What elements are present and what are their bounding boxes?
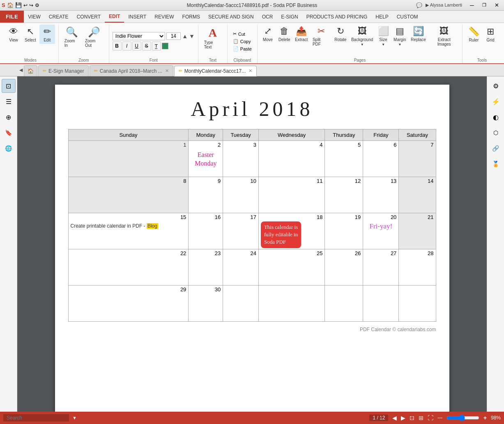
menu-convert[interactable]: CONVERT — [73, 11, 105, 23]
redo-icon[interactable]: ↪ — [29, 2, 33, 8]
zoom-out-btn[interactable]: 🔎 Zoom Out — [83, 25, 106, 49]
copy-btn[interactable]: 📋 Copy — [231, 38, 253, 45]
maximize-btn[interactable]: ❐ — [479, 1, 490, 9]
file-menu-btn[interactable]: FILE — [0, 11, 24, 23]
panel-thumbnail-btn[interactable]: ⊡ — [2, 79, 16, 93]
menu-esign[interactable]: E-SIGN — [277, 11, 302, 23]
margin-btn[interactable]: ▤ Margin ▼ — [391, 25, 408, 48]
rotate-btn[interactable]: ↻ Rotate — [332, 25, 348, 43]
table-row: 15 Create printable calendar in PDF - Bl… — [68, 213, 436, 249]
canada-tab-close[interactable]: ✕ — [165, 68, 169, 74]
titlebar: S 🏠 💾 ↩ ↪ ⚙ MonthlyCalendar-5accc1748891… — [0, 0, 504, 11]
font-size-input[interactable]: 14 — [166, 32, 181, 40]
select-btn[interactable]: ↖ Select — [22, 25, 39, 44]
th-wednesday: Wednesday — [258, 129, 325, 141]
right-shape-btn[interactable]: ⬡ — [489, 126, 503, 140]
paste-btn[interactable]: 📄 Paste — [231, 45, 254, 52]
panel-layers-btn[interactable]: ⊕ — [2, 110, 16, 124]
th-tuesday: Tuesday — [223, 129, 259, 141]
view-btn[interactable]: 👁 View — [6, 25, 21, 44]
right-award-btn[interactable]: 🏅 — [489, 157, 503, 171]
calendar-footer: PDF Calendar © calendarlabs.com — [68, 327, 436, 332]
italic-btn[interactable]: I — [122, 41, 131, 51]
tab-home[interactable]: 🏠 — [24, 65, 37, 76]
minimize-btn[interactable]: ─ — [466, 1, 478, 9]
close-btn[interactable]: ✕ — [491, 1, 502, 9]
red-bubble-text: This calendar isfully editable inSoda PD… — [261, 221, 301, 248]
ribbon: 👁 View ↖ Select ✏ Edit Modes 🔍 Zoom In 🔎… — [0, 23, 504, 64]
two-page-btn[interactable]: ⊞ — [419, 415, 423, 421]
chat-icon[interactable]: 💬 — [416, 2, 422, 8]
monthly-tab-close[interactable]: ✕ — [249, 68, 252, 74]
day-15: 15 Create printable calendar in PDF - Bl… — [68, 213, 189, 249]
panel-web-btn[interactable]: 🌐 — [2, 141, 16, 155]
size-btn[interactable]: ⬜ Size ▼ — [376, 25, 391, 48]
prev-page-btn[interactable]: ◀ — [392, 415, 397, 421]
bold-btn[interactable]: B — [113, 41, 122, 51]
ruler-icon: 📏 — [468, 26, 479, 37]
search-input[interactable] — [3, 414, 69, 422]
right-effects-btn[interactable]: ⚡ — [489, 94, 503, 108]
tab-monthly-calendar[interactable]: ✏ MonthlyCalendar-5accc17... ✕ — [174, 66, 257, 76]
text-color-btn[interactable]: T̲ — [152, 41, 161, 51]
panel-bookmarks-btn[interactable]: 🔖 — [2, 126, 16, 140]
font-size-up-icon[interactable]: ▲ — [182, 33, 188, 39]
scroll-left-arrow[interactable]: ◀ — [18, 64, 24, 76]
ruler-btn[interactable]: 📏 Ruler — [466, 25, 482, 44]
zoom-in-btn[interactable]: 🔍 Zoom In — [62, 25, 82, 49]
cut-btn[interactable]: ✂ Cut — [231, 30, 247, 37]
menu-create[interactable]: CREATE — [45, 11, 73, 23]
background-dropdown-icon: ▼ — [361, 43, 364, 46]
menu-edit[interactable]: EDIT — [105, 11, 124, 23]
right-tools-btn[interactable]: ⚙ — [489, 79, 503, 93]
zoom-slider[interactable] — [446, 415, 479, 421]
tab-esign-manager[interactable]: ✏ E-Sign Manager — [38, 65, 89, 76]
fit-page-btn[interactable]: ⊡ — [410, 415, 414, 421]
color-box[interactable] — [162, 43, 168, 49]
canada-tab-icon: ✏ — [94, 68, 98, 74]
search-dropdown-icon[interactable]: ▼ — [72, 415, 77, 420]
day-27: 27 — [363, 249, 399, 286]
th-sunday: Sunday — [68, 129, 189, 141]
zoom-in-icon: 🔍 — [66, 26, 78, 38]
zoom-out-status-btn[interactable]: ─ — [437, 414, 442, 422]
font-size-down-icon[interactable]: ▼ — [189, 33, 195, 39]
menu-custom[interactable]: CUSTOM — [393, 11, 422, 23]
zoom-in-status-btn[interactable]: + — [483, 415, 487, 421]
menu-secure[interactable]: SECURE AND SIGN — [204, 11, 258, 23]
extract-btn[interactable]: 📤 Extract — [293, 25, 310, 43]
right-link-btn[interactable]: 🔗 — [489, 141, 503, 155]
underline-btn[interactable]: U — [132, 41, 141, 51]
fullscreen-btn[interactable]: ⛶ — [428, 415, 433, 421]
font-family-select[interactable]: Indie Flower — [113, 32, 165, 40]
menu-ocr[interactable]: OCR — [258, 11, 277, 23]
undo-icon[interactable]: ↩ — [23, 2, 28, 8]
menu-forms[interactable]: FORMS — [178, 11, 204, 23]
day-8: 8 — [68, 177, 189, 213]
delete-btn[interactable]: 🗑 Delete — [276, 25, 292, 43]
menu-help[interactable]: HELP — [371, 11, 392, 23]
zoom-out-icon: 🔎 — [88, 26, 100, 38]
save-icon[interactable]: 💾 — [15, 2, 22, 8]
extract-images-btn[interactable]: 🖼 Extract Images — [428, 25, 460, 48]
edit-btn[interactable]: ✏ Edit — [39, 25, 55, 44]
menu-review[interactable]: REVIEW — [150, 11, 178, 23]
menu-insert[interactable]: INSERT — [124, 11, 150, 23]
user-label[interactable]: ▶ Alyssa Lamberti — [426, 2, 462, 8]
replace-btn[interactable]: 🔄 Replace — [409, 25, 428, 43]
tab-canada[interactable]: ✏ Canada April 2018–March ... ✕ — [90, 65, 173, 76]
right-color-btn[interactable]: ◐ — [489, 110, 503, 124]
home-icon[interactable]: 🏠 — [7, 2, 14, 8]
menu-products[interactable]: PRODUCTS AND PRICING — [302, 11, 372, 23]
type-text-btn[interactable]: A Type Text — [202, 25, 224, 51]
background-btn[interactable]: 🖼 Background ▼ — [349, 25, 375, 48]
next-page-btn[interactable]: ▶ — [401, 415, 405, 421]
easter-monday-text: EasterMonday — [191, 151, 221, 168]
menu-view[interactable]: VIEW — [24, 11, 45, 23]
grid-btn[interactable]: ⊞ Grid — [483, 25, 498, 44]
split-pdf-btn[interactable]: ✂ Split PDF — [311, 25, 332, 48]
move-btn[interactable]: ⤢ Move — [260, 25, 276, 43]
strikethrough-btn[interactable]: S — [142, 41, 151, 51]
panel-list-btn[interactable]: ☰ — [2, 94, 16, 108]
settings-icon[interactable]: ⚙ — [35, 2, 39, 8]
